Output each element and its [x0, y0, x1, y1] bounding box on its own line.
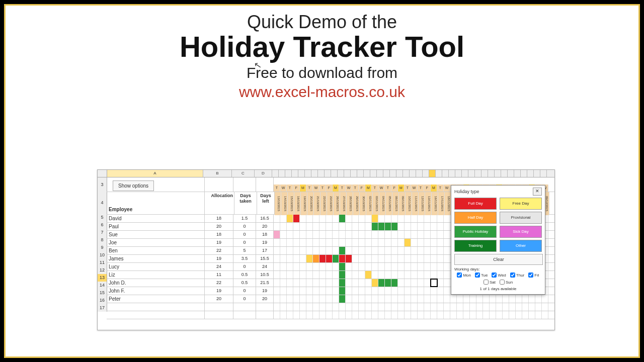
- calendar-cell[interactable]: [339, 279, 346, 287]
- calendar-cell[interactable]: [287, 311, 293, 319]
- calendar-cell[interactable]: [411, 231, 418, 238]
- calendar-cell[interactable]: [300, 271, 306, 279]
- row-header[interactable]: 15: [98, 289, 107, 297]
- calendar-cell[interactable]: [313, 223, 319, 230]
- calendar-cell[interactable]: [391, 215, 398, 222]
- calendar-cell[interactable]: [431, 231, 437, 238]
- calendar-cell[interactable]: [287, 223, 293, 230]
- calendar-cell[interactable]: [509, 311, 516, 319]
- employee-name[interactable]: Liz: [107, 271, 205, 279]
- calendar-cell[interactable]: [437, 311, 444, 319]
- calendar-cell[interactable]: [411, 247, 418, 254]
- employee-name[interactable]: James: [107, 255, 205, 262]
- calendar-cell[interactable]: [274, 279, 280, 287]
- calendar-cell[interactable]: [444, 255, 450, 262]
- col-header-cal[interactable]: [455, 170, 462, 177]
- calendar-cell[interactable]: [293, 271, 300, 279]
- calendar-cell[interactable]: [437, 255, 444, 262]
- calendar-cell[interactable]: [431, 303, 437, 311]
- cell-days-left[interactable]: 19: [256, 287, 274, 295]
- calendar-cell[interactable]: [359, 239, 365, 246]
- cell-days-taken[interactable]: 0: [233, 295, 256, 303]
- calendar-cell[interactable]: [333, 223, 339, 230]
- cell-days-left[interactable]: 17: [256, 247, 274, 254]
- calendar-cell[interactable]: [326, 279, 333, 287]
- employee-name[interactable]: Paul: [107, 223, 205, 230]
- calendar-cell[interactable]: [359, 271, 365, 279]
- calendar-cell[interactable]: [437, 247, 444, 254]
- calendar-cell[interactable]: [274, 303, 280, 311]
- calendar-cell[interactable]: [496, 295, 503, 303]
- calendar-cell[interactable]: [280, 271, 287, 279]
- calendar-cell[interactable]: [306, 247, 313, 254]
- row-header[interactable]: 7: [98, 229, 107, 236]
- calendar-cell[interactable]: [326, 239, 333, 246]
- col-header-cal[interactable]: [508, 170, 514, 177]
- calendar-cell[interactable]: [424, 255, 431, 262]
- calendar-cell[interactable]: [339, 263, 346, 270]
- cell-allocation[interactable]: 19: [205, 287, 233, 295]
- calendar-cell[interactable]: [346, 279, 352, 287]
- calendar-cell[interactable]: [490, 311, 496, 319]
- col-header-cal[interactable]: [364, 170, 370, 177]
- calendar-cell[interactable]: [391, 263, 398, 270]
- calendar-cell[interactable]: [431, 223, 437, 230]
- calendar-cell[interactable]: [398, 287, 405, 295]
- show-options-button[interactable]: Show options: [113, 180, 154, 191]
- calendar-cell[interactable]: [378, 255, 385, 262]
- calendar-cell[interactable]: [378, 263, 385, 270]
- calendar-cell[interactable]: [516, 303, 522, 311]
- calendar-cell[interactable]: [418, 247, 424, 254]
- calendar-cell[interactable]: [274, 271, 280, 279]
- calendar-cell[interactable]: [444, 279, 450, 287]
- btn-public-holiday[interactable]: Public Holiday: [454, 226, 497, 238]
- working-day-wed[interactable]: Wed: [492, 273, 506, 278]
- calendar-cell[interactable]: [359, 215, 365, 222]
- cell-days-taken[interactable]: 0: [233, 223, 256, 230]
- calendar-cell[interactable]: [378, 223, 385, 230]
- working-day-tue[interactable]: Tue: [475, 273, 488, 278]
- calendar-cell[interactable]: [483, 295, 490, 303]
- calendar-cell[interactable]: [326, 263, 333, 270]
- employee-name[interactable]: John D.: [107, 279, 205, 287]
- cell-days-taken[interactable]: 0: [233, 287, 256, 295]
- calendar-cell[interactable]: [398, 311, 405, 319]
- calendar-cell[interactable]: [542, 303, 548, 311]
- calendar-cell[interactable]: [326, 215, 333, 222]
- calendar-cell[interactable]: [503, 311, 509, 319]
- calendar-cell[interactable]: [300, 295, 306, 303]
- calendar-cell[interactable]: [346, 271, 352, 279]
- calendar-cell[interactable]: [313, 231, 319, 238]
- employee-name[interactable]: Lucy: [107, 263, 205, 270]
- calendar-cell[interactable]: [405, 215, 411, 222]
- calendar-cell[interactable]: [365, 223, 372, 230]
- col-header-cal[interactable]: [436, 170, 442, 177]
- calendar-cell[interactable]: [405, 279, 411, 287]
- calendar-cell[interactable]: [333, 279, 339, 287]
- calendar-cell[interactable]: [444, 311, 450, 319]
- employee-name[interactable]: Peter: [107, 295, 205, 303]
- checkbox-sat[interactable]: [484, 280, 489, 285]
- calendar-cell[interactable]: [398, 279, 405, 287]
- calendar-cell[interactable]: [306, 295, 313, 303]
- calendar-cell[interactable]: [431, 215, 437, 222]
- calendar-cell[interactable]: [405, 295, 411, 303]
- calendar-cell[interactable]: [509, 295, 516, 303]
- calendar-cell[interactable]: [424, 231, 431, 238]
- calendar-cell[interactable]: [346, 231, 352, 238]
- row-header[interactable]: 11: [98, 259, 107, 266]
- cell-days-left[interactable]: 10.5: [256, 271, 274, 279]
- calendar-cell[interactable]: [378, 287, 385, 295]
- calendar-cell[interactable]: [306, 303, 313, 311]
- calendar-cell[interactable]: [372, 311, 378, 319]
- calendar-cell[interactable]: [274, 295, 280, 303]
- calendar-cell[interactable]: [287, 247, 293, 254]
- calendar-cell[interactable]: [306, 263, 313, 270]
- calendar-cell[interactable]: [326, 303, 333, 311]
- calendar-cell[interactable]: [300, 287, 306, 295]
- calendar-cell[interactable]: [293, 279, 300, 287]
- cell-days-left[interactable]: 15.5: [256, 255, 274, 262]
- btn-clear[interactable]: Clear: [454, 254, 543, 265]
- cell-allocation[interactable]: 20: [205, 295, 233, 303]
- calendar-cell[interactable]: [339, 231, 346, 238]
